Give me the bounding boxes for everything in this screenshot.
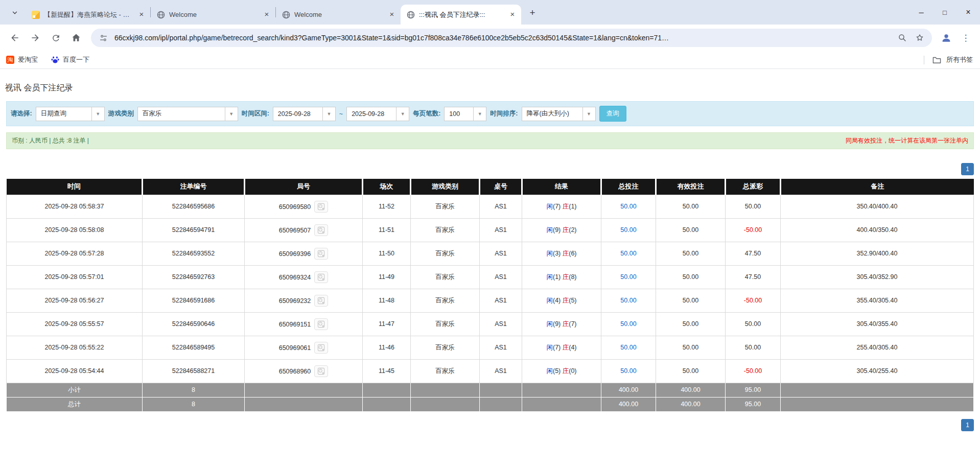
- result-player-score: (3): [553, 250, 561, 257]
- cell-game-type: 百家乐: [411, 242, 480, 265]
- tab-close-icon[interactable]: ×: [387, 10, 396, 19]
- tab-close-icon[interactable]: ×: [508, 10, 517, 19]
- forward-button[interactable]: [27, 29, 44, 46]
- result-player: 闲: [546, 273, 553, 281]
- table-row: 2025-09-28 05:57:28 522846593552 6509693…: [7, 242, 974, 265]
- cell-valid-bet: 50.00: [656, 242, 726, 265]
- new-tab-button[interactable]: +: [525, 6, 540, 20]
- close-window-button[interactable]: ×: [956, 0, 980, 25]
- video-replay-button[interactable]: [314, 224, 328, 236]
- video-replay-button[interactable]: [314, 248, 328, 260]
- total-bet-link[interactable]: 50.00: [620, 297, 636, 304]
- minimize-button[interactable]: ─: [909, 0, 933, 25]
- cell-total-payout: -50.00: [726, 289, 781, 312]
- total-bet-link[interactable]: 50.00: [620, 226, 636, 233]
- bookmark-star-icon[interactable]: [914, 32, 926, 44]
- search-button[interactable]: 查询: [599, 106, 626, 122]
- result-banker-score: (0): [569, 367, 576, 375]
- reload-button[interactable]: [47, 29, 64, 46]
- cell-round-number: 650969324: [245, 265, 363, 289]
- total-bet-link[interactable]: 50.00: [620, 344, 636, 351]
- globe-icon: [282, 11, 290, 19]
- footer-count: 8: [143, 383, 245, 397]
- tab-close-icon[interactable]: ×: [262, 10, 271, 19]
- result-banker-score: (4): [569, 344, 576, 351]
- pagination-top: 1: [6, 163, 974, 175]
- game-type-select[interactable]: 百家乐 ▼: [137, 107, 238, 121]
- total-bet-link[interactable]: 50.00: [620, 320, 636, 328]
- cell-session: 11-45: [363, 359, 411, 383]
- browser-menu-icon[interactable]: ⋮: [958, 30, 974, 46]
- zoom-icon[interactable]: [896, 32, 908, 44]
- query-type-select[interactable]: 日期查询 ▼: [36, 107, 105, 121]
- total-bet-link[interactable]: 50.00: [620, 273, 636, 281]
- page-1-button[interactable]: 1: [961, 163, 974, 175]
- cell-valid-bet: 50.00: [656, 195, 726, 218]
- bookmark-taobao[interactable]: 淘 爱淘宝: [6, 55, 38, 64]
- tab-title: Welcome: [294, 11, 383, 18]
- tab-search-button[interactable]: [7, 5, 22, 20]
- video-replay-button[interactable]: [314, 201, 328, 213]
- date-to-select[interactable]: 2025-09-28 ▼: [346, 107, 409, 121]
- cell-time: 2025-09-28 05:54:44: [7, 359, 143, 383]
- cell-round-number: 650969396: [245, 242, 363, 265]
- tab-forum[interactable]: 【新提醒】海燕策略论坛 - 综合 ×: [26, 5, 150, 25]
- table-row: 2025-09-28 05:56:27 522846591686 6509692…: [7, 289, 974, 312]
- date-from-select[interactable]: 2025-09-28 ▼: [273, 107, 336, 121]
- tab-close-icon[interactable]: ×: [137, 10, 146, 19]
- cell-round-number: 650969061: [245, 336, 363, 359]
- total-bet-link[interactable]: 50.00: [620, 250, 636, 257]
- back-button[interactable]: [6, 29, 24, 46]
- total-row: 总计 8 400.00 400.00 95.00: [7, 397, 974, 411]
- cell-time: 2025-09-28 05:57:28: [7, 242, 143, 265]
- tab-title: Welcome: [169, 11, 258, 18]
- chevron-down-icon: ▼: [473, 107, 486, 121]
- date-from-value: 2025-09-28: [273, 107, 322, 121]
- tab-welcome-2[interactable]: Welcome ×: [276, 5, 401, 25]
- home-button[interactable]: [67, 29, 85, 46]
- cell-bet-number: 522846592763: [143, 265, 245, 289]
- cell-table-number: AS1: [480, 195, 522, 218]
- url-text[interactable]: 66cxkj98.com/ipl/portal.php/game/betreco…: [114, 34, 891, 42]
- total-bet-link[interactable]: 50.00: [620, 203, 636, 210]
- sort-select[interactable]: 降幂(由大到小) ▼: [522, 107, 596, 121]
- tab-bet-records-active[interactable]: :::视讯 会员下注纪录::: ×: [401, 5, 521, 25]
- maximize-button[interactable]: □: [933, 0, 956, 25]
- result-player: 闲: [546, 367, 553, 375]
- all-bookmarks[interactable]: 所有书签: [924, 55, 973, 64]
- cell-result: 闲(3) 庄(6): [522, 242, 601, 265]
- game-type-value: 百家乐: [138, 107, 225, 121]
- round-number: 650969396: [279, 250, 311, 257]
- cell-round-number: 650969151: [245, 312, 363, 336]
- cell-game-type: 百家乐: [411, 218, 480, 242]
- video-replay-button[interactable]: [314, 365, 328, 377]
- video-replay-button[interactable]: [314, 271, 328, 283]
- site-info-icon[interactable]: [97, 32, 109, 44]
- cell-result: 闲(7) 庄(1): [522, 195, 601, 218]
- summary-bar: 币别 : 人民币 | 总共 :8 注单 | 同局有效投注，统一计算在该局第一张注…: [6, 132, 974, 149]
- total-bet-link[interactable]: 50.00: [620, 367, 636, 375]
- chevron-down-icon: ▼: [322, 107, 335, 121]
- cell-table-number: AS1: [480, 336, 522, 359]
- page-title: 视讯 会员下注纪录: [5, 83, 980, 94]
- video-replay-button[interactable]: [314, 318, 328, 330]
- chevron-down-icon: ▼: [225, 107, 238, 121]
- cell-game-type: 百家乐: [411, 195, 480, 218]
- arrow-right-icon: [30, 33, 40, 43]
- address-bar[interactable]: 66cxkj98.com/ipl/portal.php/game/betreco…: [91, 29, 932, 47]
- footer-total-bet: 400.00: [601, 383, 656, 397]
- table-row: 2025-09-28 05:58:08 522846594791 6509695…: [7, 218, 974, 242]
- cell-valid-bet: 50.00: [656, 265, 726, 289]
- cell-bet-number: 522846593552: [143, 242, 245, 265]
- tab-welcome-1[interactable]: Welcome ×: [151, 5, 275, 25]
- profile-avatar-icon[interactable]: [938, 30, 954, 46]
- footer-payout: 95.00: [726, 397, 781, 411]
- cell-valid-bet: 50.00: [656, 289, 726, 312]
- bookmark-baidu[interactable]: 百度一下: [51, 55, 89, 64]
- column-header-2: 注单编号: [143, 179, 245, 195]
- per-page-select[interactable]: 100 ▼: [444, 107, 486, 121]
- video-replay-button[interactable]: [314, 342, 328, 354]
- currency-summary: 币别 : 人民币 | 总共 :8 注单 |: [12, 136, 89, 145]
- page-1-button[interactable]: 1: [961, 419, 974, 431]
- video-replay-button[interactable]: [314, 295, 328, 307]
